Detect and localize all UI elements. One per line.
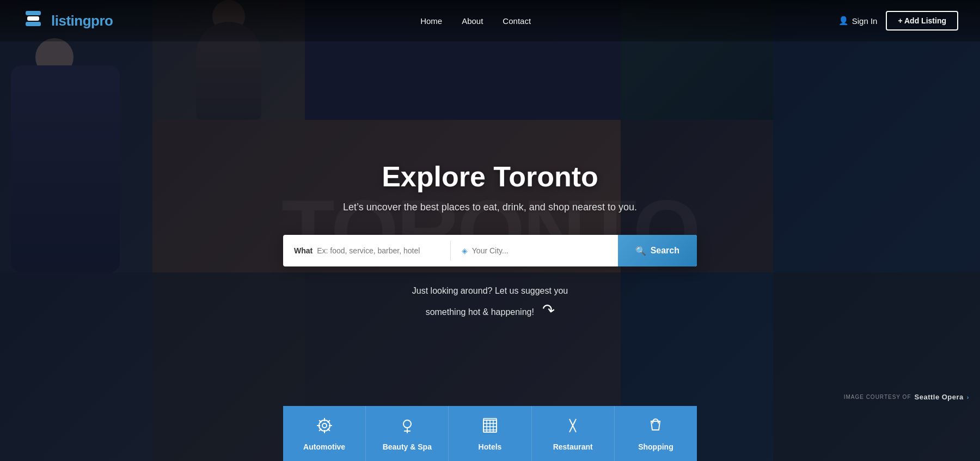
search-button[interactable]: 🔍 Search: [618, 235, 697, 266]
svg-point-10: [403, 420, 411, 428]
image-courtesy-arrow[interactable]: ›: [967, 394, 969, 401]
nav-link-about[interactable]: About: [462, 16, 483, 26]
nav-link-contact[interactable]: Contact: [503, 16, 531, 26]
image-courtesy-name: Seattle Opera: [915, 393, 964, 401]
beauty-spa-label: Beauty & Spa: [383, 442, 432, 451]
suggest-text: Just looking around? Let us suggest you …: [412, 284, 568, 322]
category-automotive[interactable]: Automotive: [283, 406, 366, 461]
hero-subtitle: Let’s uncover the best places to eat, dr…: [343, 202, 637, 213]
search-where-section: ◈: [451, 246, 618, 255]
category-beauty-spa[interactable]: Beauty & Spa: [366, 406, 449, 461]
hotels-icon: [481, 417, 499, 437]
shopping-label: Shopping: [638, 442, 673, 451]
hero-content: Explore Toronto Let’s uncover the best p…: [0, 0, 980, 461]
svg-point-1: [322, 423, 327, 428]
logo-icon: [22, 9, 45, 32]
category-shopping[interactable]: Shopping: [615, 406, 697, 461]
automotive-label: Automotive: [303, 442, 345, 451]
what-label: What: [294, 246, 313, 255]
image-courtesy: IMAGE COURTESY OF Seattle Opera ›: [844, 393, 969, 401]
beauty-spa-icon: [399, 417, 416, 437]
nav-actions: 👤 Sign In + Add Listing: [838, 11, 958, 31]
signin-button[interactable]: 👤 Sign In: [838, 16, 878, 26]
hero-title: Explore Toronto: [382, 160, 598, 193]
navbar: listingpro Home About Contact 👤 Sign In …: [0, 0, 980, 41]
categories-bar: Automotive Beauty & Spa: [283, 406, 697, 461]
navbar-logo[interactable]: listingpro: [22, 9, 113, 32]
automotive-icon: [316, 417, 333, 437]
logo-text: listingpro: [51, 13, 113, 29]
navbar-nav: Home About Contact: [420, 16, 531, 26]
restaurant-icon: [564, 417, 581, 437]
image-courtesy-label: IMAGE COURTESY OF: [844, 394, 911, 400]
layers-icon: [23, 11, 43, 31]
category-restaurant[interactable]: Restaurant: [532, 406, 615, 461]
user-icon: 👤: [838, 16, 849, 26]
hotels-label: Hotels: [479, 442, 502, 451]
category-hotels[interactable]: Hotels: [449, 406, 531, 461]
search-where-input[interactable]: [472, 246, 607, 255]
shopping-icon: [647, 417, 664, 437]
restaurant-label: Restaurant: [553, 442, 593, 451]
search-bar: What ◈ 🔍 Search: [283, 235, 697, 266]
add-listing-button[interactable]: + Add Listing: [886, 11, 958, 31]
suggest-arrow: ↷: [540, 297, 556, 323]
location-icon: ◈: [462, 246, 468, 255]
search-what-input[interactable]: [317, 246, 439, 255]
search-what-section: What: [283, 246, 450, 255]
search-icon: 🔍: [635, 246, 646, 256]
nav-link-home[interactable]: Home: [420, 16, 442, 26]
